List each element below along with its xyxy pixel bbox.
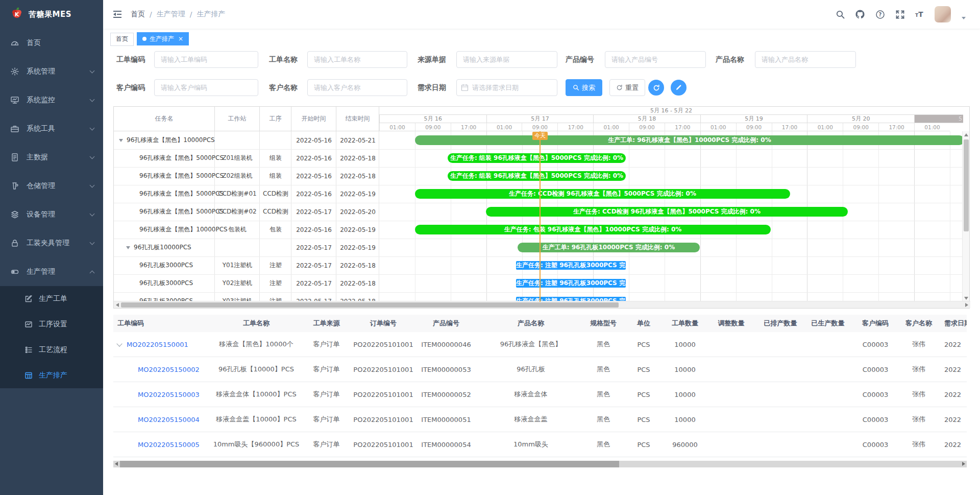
gantt-bar[interactable]: 生产工单: 96孔移液盒【黑色】10000PCS 完成比例: 0% — [415, 135, 963, 145]
fullscreen-icon[interactable] — [895, 9, 905, 19]
gantt-start-cell: 2022-05-17 — [291, 256, 336, 274]
table-row[interactable]: MO20220515000510mm吸头【960000】PCS客户订单PO202… — [113, 432, 967, 457]
input-field-客户编码[interactable] — [154, 79, 258, 96]
cell-source: 客户订单 — [302, 432, 351, 457]
gantt-bar[interactable]: 生产任务: 组装 96孔移液盒【黑色】5000PCS 完成比例: 0% — [448, 171, 626, 181]
sidebar-item-系统工具[interactable]: 系统工具 — [0, 114, 103, 143]
tab-close-icon[interactable]: × — [178, 36, 183, 42]
cell-adjust — [704, 432, 758, 457]
filter-label-产品编号: 产品编号 — [566, 51, 594, 68]
gantt-bar[interactable]: 生产工单: 96孔孔板10000PCS 完成比例: 0% — [518, 243, 700, 252]
gantt-horizontal-scrollbar[interactable] — [114, 301, 970, 308]
cell-product: 移液盒盒体 — [476, 382, 585, 407]
filter-label-产品名称: 产品名称 — [716, 51, 744, 68]
github-icon[interactable] — [855, 9, 865, 19]
date-field-需求日期[interactable] — [456, 79, 557, 96]
table-scroll-thumb[interactable] — [120, 461, 619, 467]
chevron-up-icon — [90, 270, 95, 275]
sidebar-item-设备管理[interactable]: 设备管理 — [0, 200, 103, 229]
gantt-day-header: 5月 17 — [486, 115, 594, 123]
table-row[interactable]: MO20220515000296孔孔板【10000】PCS客户订单PO20220… — [113, 357, 967, 382]
cell-cust_code: C00003 — [853, 332, 897, 357]
work-order-link[interactable]: MO202205150002 — [138, 366, 200, 373]
gantt-bar[interactable]: 生产任务: 注塑 96孔孔板3000PCS 完成 — [516, 279, 626, 288]
cell-cust_name: 张伟 — [897, 332, 940, 357]
scroll-right-icon[interactable] — [965, 303, 968, 307]
scroll-left-icon[interactable] — [116, 303, 119, 307]
sidebar-item-系统监控[interactable]: 系统监控 — [0, 86, 103, 114]
breadcrumb-item[interactable]: 生产管理 — [157, 10, 185, 19]
gantt-process-cell: 包装 — [260, 221, 291, 239]
sidebar-collapse-icon[interactable] — [112, 9, 122, 19]
avatar-caret-icon[interactable] — [962, 17, 966, 19]
input-field-产品名称[interactable] — [755, 51, 856, 68]
expand-caret-icon[interactable] — [126, 246, 130, 249]
cell-produced — [802, 357, 853, 382]
input-field-产品编号[interactable] — [605, 51, 706, 68]
scroll-down-icon[interactable] — [964, 297, 968, 300]
tab-生产排产[interactable]: 生产排产× — [137, 32, 189, 45]
table-row[interactable]: MO202205150004移液盒盒盖【10000】PCS客户订单PO20220… — [113, 407, 967, 432]
input-field-工单编码[interactable] — [154, 51, 258, 68]
sidebar-item-仓储管理[interactable]: 仓储管理 — [0, 172, 103, 200]
tab-首页[interactable]: 首页 — [110, 33, 134, 46]
gantt-hscroll-thumb[interactable] — [121, 302, 619, 308]
gantt-bar[interactable]: 生产任务: CCD检测 96孔移液盒【黑色】5000PCS 完成比例: 0% — [415, 189, 790, 199]
gantt-bar[interactable]: 生产任务: 包装 96孔移液盒【黑色】10000PCS 完成比例: 0% — [415, 225, 771, 234]
gantt-vscroll-thumb[interactable] — [964, 139, 969, 231]
sidebar-item-系统管理[interactable]: 系统管理 — [0, 57, 103, 86]
gantt-bar[interactable]: 生产任务: 注塑 96孔孔板3000PCS 完成 — [516, 261, 626, 270]
toolbox-icon — [10, 124, 19, 133]
sidebar-item-工装夹具管理[interactable]: 工装夹具管理 — [0, 229, 103, 257]
scroll-left-icon[interactable] — [115, 462, 118, 466]
table-row[interactable]: MO202205150003移液盒盒体【10000】PCS客户订单PO20220… — [113, 382, 967, 407]
cell-scheduled — [758, 357, 802, 382]
gantt-bar[interactable]: 生产任务: 组装 96孔移液盒【黑色】5000PCS 完成比例: 0% — [448, 153, 626, 163]
font-size-icon[interactable]: TT — [915, 9, 925, 19]
user-avatar[interactable] — [935, 6, 951, 22]
gantt-end-cell: 2022-05-18 — [336, 167, 379, 185]
search-button[interactable]: 搜索 — [566, 79, 602, 96]
sidebar-item-首页[interactable]: 首页 — [0, 29, 103, 57]
input-field-客户名称[interactable] — [307, 79, 407, 96]
gantt-hour-header: 01:00 — [379, 123, 415, 131]
gantt-task-name[interactable]: 96孔孔板10000PCS — [126, 239, 225, 256]
sidebar-item-label: 工装夹具管理 — [27, 239, 90, 248]
gantt-station-cell: Y01注塑机 — [215, 256, 260, 274]
cell-adjust — [704, 332, 758, 357]
sidebar-subitem-工序设置[interactable]: 工序设置 — [0, 312, 103, 337]
reset-button[interactable]: 重置 — [609, 79, 645, 96]
breadcrumb-item[interactable]: 首页 — [131, 10, 145, 19]
column-header-客户编码: 客户编码 — [853, 315, 897, 332]
expand-caret-icon[interactable] — [119, 139, 123, 142]
input-field-来源单据[interactable] — [456, 51, 557, 68]
help-icon[interactable]: ? — [875, 9, 885, 19]
scroll-up-icon[interactable] — [964, 133, 968, 136]
work-order-link[interactable]: MO202205150001 — [127, 341, 188, 348]
scroll-right-icon[interactable] — [962, 462, 965, 466]
work-order-link[interactable]: MO202205150003 — [138, 391, 200, 398]
table-horizontal-scrollbar[interactable] — [113, 461, 967, 467]
today-line — [540, 131, 541, 302]
sidebar-subitem-生产工单[interactable]: 生产工单 — [0, 286, 103, 312]
cell-cust_code: C00003 — [853, 382, 897, 407]
input-field-工单名称[interactable] — [307, 51, 407, 68]
edit-schedule-button[interactable] — [671, 80, 687, 96]
sidebar-item-生产管理[interactable]: 生产管理 — [0, 257, 103, 286]
sidebar-subitem-label: 生产排产 — [39, 371, 67, 380]
task-name-text: 96孔移液盒【黑色】10000PCS — [139, 225, 228, 234]
row-expand-icon[interactable] — [116, 341, 122, 346]
gantt-task-name[interactable]: 96孔移液盒【黑色】10000PCS — [119, 131, 218, 149]
refresh-gantt-button[interactable] — [648, 80, 664, 96]
table-row[interactable]: MO202205150001移液盒【黑色】10000个客户订单PO2022051… — [113, 332, 967, 357]
work-order-link[interactable]: MO202205150005 — [138, 441, 200, 449]
work-order-link[interactable]: MO202205150004 — [138, 416, 200, 423]
gantt-hour-header: 09:00 — [736, 123, 772, 131]
gantt-vertical-scrollbar[interactable] — [962, 131, 969, 302]
sidebar-subitem-工艺流程[interactable]: 工艺流程 — [0, 337, 103, 363]
search-icon[interactable] — [835, 9, 845, 19]
sidebar-subitem-生产排产[interactable]: 生产排产 — [0, 363, 103, 388]
gantt-grid-line — [736, 131, 737, 302]
app-logo[interactable]: K 苦糖果MES — [0, 0, 103, 29]
sidebar-item-主数据[interactable]: 主数据 — [0, 143, 103, 172]
